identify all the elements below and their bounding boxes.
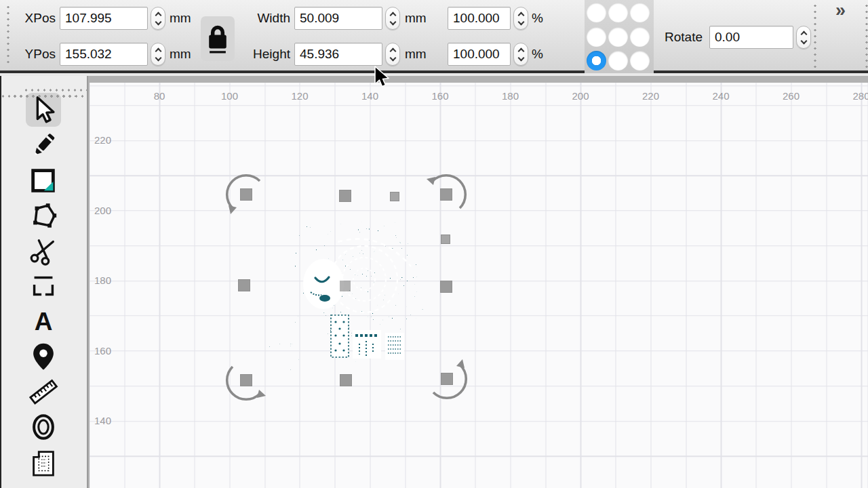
ruler-y-label: 220	[90, 134, 111, 146]
ruler-y-label: 120	[90, 485, 111, 488]
xpos-unit: mm	[170, 7, 191, 30]
anchor-dot-8[interactable]	[630, 51, 650, 70]
double-ring-icon	[28, 411, 59, 443]
ruler-x-label: 100	[215, 90, 245, 102]
anchor-dot-0[interactable]	[587, 3, 606, 22]
ghost-handle-top	[391, 192, 399, 201]
trace-image-icon	[28, 447, 59, 478]
rotate-input[interactable]: 0.00	[709, 26, 793, 49]
anchor-dot-3[interactable]	[587, 27, 606, 47]
scale-handle-middle-left[interactable]	[239, 280, 250, 291]
letter-a-icon: A	[35, 309, 53, 334]
tool-selection-frame[interactable]	[0, 268, 87, 304]
tool-palette: A	[0, 76, 88, 488]
height-stepper[interactable]	[385, 43, 400, 66]
pencil-icon	[28, 129, 59, 161]
tool-position[interactable]	[0, 339, 87, 374]
width-label: Width	[241, 7, 290, 30]
ruler-x-label: 280	[846, 90, 868, 102]
ruler-x-label: 260	[776, 90, 806, 102]
tool-draw-lines[interactable]	[0, 127, 87, 163]
scale-handle-middle-right[interactable]	[441, 281, 452, 293]
width-percent-unit: %	[532, 7, 543, 30]
toolbar-separator	[812, 3, 818, 68]
ruler-y-label: 200	[90, 205, 111, 216]
tool-measure[interactable]	[0, 374, 87, 409]
tool-text[interactable]: A	[0, 304, 87, 339]
grid-area[interactable]: 8010012014016018020022024026028022020018…	[90, 83, 868, 488]
height-unit: mm	[405, 43, 427, 66]
xpos-stepper[interactable]	[151, 7, 165, 30]
lock-closed-icon	[203, 21, 232, 56]
height-percent-input[interactable]: 100.000	[448, 43, 511, 66]
ruler-icon	[28, 376, 59, 407]
anchor-dot-6[interactable]	[587, 51, 606, 70]
palette-separator-full	[0, 94, 87, 99]
aspect-lock-button[interactable]	[201, 16, 235, 61]
rotate-label: Rotate	[665, 26, 703, 49]
height-input[interactable]: 45.936	[294, 43, 382, 66]
corner-brackets-icon	[28, 270, 59, 302]
transform-toolbar: XPos 107.995 mm YPos 155.032 mm Width 50…	[0, 0, 868, 73]
scale-handle-top-middle[interactable]	[340, 190, 351, 202]
anchor-dot-4[interactable]	[608, 27, 628, 47]
anchor-dot-5[interactable]	[630, 27, 650, 47]
tool-rectangle[interactable]	[0, 163, 87, 198]
scissors-icon	[28, 235, 59, 266]
height-percent-unit: %	[532, 43, 543, 66]
anchor-dot-7[interactable]	[608, 51, 628, 70]
xpos-label: XPos	[16, 7, 56, 30]
ruler-x-label: 220	[636, 90, 666, 102]
width-percent-stepper[interactable]	[513, 7, 528, 30]
tool-offset[interactable]	[0, 409, 87, 445]
ruler-x-label: 240	[706, 90, 736, 102]
width-percent-input[interactable]: 100.000	[448, 7, 511, 30]
ghost-handle-right	[441, 235, 450, 244]
ruler-x-label: 80	[144, 90, 174, 102]
scale-handle-bottom-left[interactable]	[241, 375, 252, 386]
scale-handle-top-right[interactable]	[441, 189, 452, 201]
toolbar-edge-handle[interactable]	[864, 3, 868, 68]
toolbar-drag-handle[interactable]	[5, 4, 11, 66]
polygon-nodes-icon	[28, 200, 59, 231]
window-left-edge	[0, 76, 1, 488]
ruler-y-label: 140	[90, 415, 111, 426]
toolbar-overflow-button[interactable]: »	[835, 0, 846, 21]
ypos-input[interactable]: 155.032	[60, 43, 148, 66]
square-teal-corner-icon	[28, 165, 59, 196]
ruler-y-label: 180	[90, 274, 111, 286]
map-pin-icon	[28, 341, 59, 372]
selection-center-marker[interactable]	[340, 281, 351, 291]
scale-handle-bottom-right[interactable]	[441, 373, 453, 385]
ruler-x-label: 180	[496, 90, 526, 102]
ypos-unit: mm	[170, 43, 191, 66]
xpos-input[interactable]: 107.995	[60, 7, 148, 30]
scale-handle-top-left[interactable]	[241, 189, 252, 201]
anchor-dot-1[interactable]	[608, 3, 628, 22]
selection-overlay[interactable]	[90, 83, 868, 488]
ruler-x-label: 200	[566, 90, 595, 102]
tool-edit-nodes[interactable]	[0, 198, 87, 233]
ruler-x-label: 140	[355, 90, 385, 102]
ypos-label: YPos	[16, 43, 56, 66]
tool-cut-shapes[interactable]	[0, 233, 87, 268]
height-percent-stepper[interactable]	[513, 43, 528, 66]
width-input[interactable]: 50.009	[294, 7, 382, 30]
ypos-stepper[interactable]	[151, 43, 165, 66]
anchor-dot-2[interactable]	[630, 3, 650, 22]
height-label: Height	[241, 43, 290, 66]
workspace-canvas: 8010012014016018020022024026028022020018…	[88, 76, 868, 488]
width-unit: mm	[405, 7, 427, 30]
rotate-stepper[interactable]	[796, 26, 811, 49]
anchor-point-grid	[585, 0, 654, 73]
scale-handle-bottom-middle[interactable]	[340, 375, 352, 386]
ruler-x-label: 160	[425, 90, 455, 102]
width-stepper[interactable]	[385, 7, 400, 30]
ruler-x-label: 120	[285, 90, 315, 102]
tool-trace[interactable]	[0, 445, 87, 480]
ruler-y-label: 160	[90, 345, 111, 357]
